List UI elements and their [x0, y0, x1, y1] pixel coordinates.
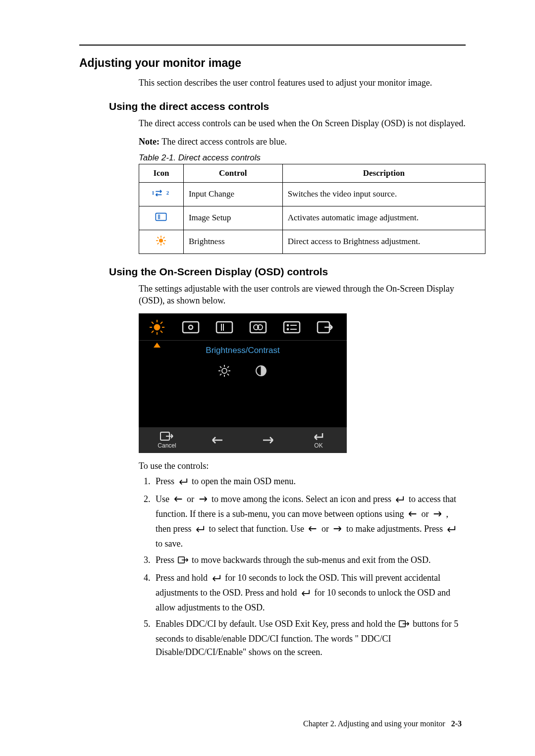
arrow-left-icon: [407, 509, 418, 522]
osd-cancel-button[interactable]: Cancel: [152, 431, 182, 449]
pre-list-text: To use the controls:: [139, 460, 466, 472]
osd-tab-exit[interactable]: [314, 318, 337, 336]
footer-page-number: 2-3: [451, 719, 462, 728]
osd-top-tabs: [139, 313, 347, 340]
arrow-right-icon: [332, 524, 343, 537]
svg-line-19: [160, 322, 162, 324]
svg-rect-2: [156, 213, 166, 220]
step-5: Enables DDC/CI by default. Use OSD Exit …: [153, 617, 466, 659]
th-control: Control: [183, 164, 282, 182]
svg-point-28: [287, 324, 289, 326]
osd-submenu-header: Brightness/Contrast: [139, 341, 347, 360]
svg-line-40: [227, 366, 229, 368]
osd-ok-label: OK: [314, 442, 322, 449]
osd-tab-position[interactable]: [179, 318, 202, 336]
t: Press and hold: [156, 573, 210, 583]
arrow-left-icon: [173, 494, 184, 507]
table-row: 1 2 Input Change Switches the video inpu…: [139, 182, 485, 206]
svg-line-8: [158, 237, 159, 238]
svg-point-30: [287, 328, 289, 330]
osd-submenu-icons: [139, 360, 347, 387]
osd-panel: Brightness/Contrast Cancel OK: [139, 313, 347, 453]
svg-rect-21: [183, 322, 199, 333]
t: to open the main OSD menu.: [192, 476, 296, 486]
table-caption: Table 2-1. Direct access controls: [139, 153, 466, 163]
svg-line-20: [152, 331, 154, 333]
t: to move backwards through the sub-menus …: [192, 555, 430, 565]
osd-cancel-label: Cancel: [158, 442, 176, 449]
t: or: [421, 509, 431, 519]
osd-ok-button[interactable]: OK: [304, 431, 333, 449]
t: to make adjustments. Press: [346, 524, 445, 534]
arrow-right-icon: [432, 509, 443, 522]
svg-point-12: [154, 324, 160, 330]
t: to move among the icons. Select an icon …: [212, 494, 393, 504]
table-header-row: Icon Control Description: [139, 164, 485, 182]
osd-left-button[interactable]: [203, 436, 232, 444]
svg-point-3: [159, 239, 163, 243]
note-text: The direct access controls are blue.: [160, 137, 287, 147]
arrow-left-icon: [307, 524, 318, 537]
osd-submenu-label: Brightness/Contrast: [139, 341, 347, 355]
svg-point-22: [189, 325, 193, 329]
t: to save.: [156, 539, 183, 549]
svg-text:2: 2: [166, 190, 169, 196]
exit-icon: [178, 555, 189, 568]
t: or: [187, 494, 197, 504]
enter-icon: [178, 476, 189, 490]
th-description: Description: [282, 164, 485, 182]
table-row: Image Setup Activates automatic image ad…: [139, 206, 485, 230]
svg-line-9: [163, 243, 165, 244]
step-3: Press to move backwards through the sub-…: [153, 554, 466, 568]
page-footer: Chapter 2. Adjusting and using your moni…: [303, 719, 462, 728]
svg-rect-23: [216, 322, 232, 333]
brightness-sub-icon[interactable]: [218, 364, 231, 379]
t: or: [321, 524, 331, 534]
step-4: Press and hold for 10 seconds to lock th…: [153, 571, 466, 614]
osd-tab-options[interactable]: [280, 318, 303, 336]
top-rule: [79, 45, 466, 46]
svg-line-11: [158, 243, 159, 244]
svg-text:1: 1: [152, 190, 155, 196]
step-2: Use or to move among the icons. Select a…: [153, 493, 466, 551]
exit-icon: [399, 619, 410, 632]
t: Enables DDC/CI by default. Use OSD Exit …: [156, 619, 395, 629]
arrow-right-icon: [198, 494, 209, 507]
svg-line-17: [152, 322, 154, 324]
svg-point-33: [222, 368, 227, 373]
svg-rect-27: [284, 322, 300, 333]
section-title: Adjusting your monitor image: [79, 56, 466, 70]
steps-list: Press to open the main OSD menu. Use or …: [153, 475, 466, 659]
th-icon: Icon: [139, 164, 184, 182]
svg-line-10: [163, 237, 165, 238]
t: to select that function. Use: [209, 524, 306, 534]
note: Note: The direct access controls are blu…: [139, 137, 466, 147]
contrast-sub-icon[interactable]: [255, 364, 268, 379]
td-control: Image Setup: [183, 206, 282, 230]
osd-tab-color[interactable]: [247, 318, 269, 336]
enter-icon: [300, 588, 311, 601]
td-desc: Activates automatic image adjustment.: [282, 206, 485, 230]
image-setup-icon: [139, 206, 184, 230]
svg-line-38: [220, 366, 221, 368]
footer-chapter: Chapter 2. Adjusting and using your moni…: [303, 719, 445, 728]
osd-bottom-bar: Cancel OK: [139, 427, 347, 453]
osd-right-button[interactable]: [253, 436, 283, 444]
direct-access-paragraph: The direct access controls can be used w…: [139, 117, 466, 129]
td-desc: Switches the video input source.: [282, 182, 485, 206]
svg-line-39: [227, 374, 229, 375]
osd-paragraph: The settings adjustable with the user co…: [139, 283, 466, 307]
t: Use: [156, 494, 172, 504]
osd-selected-indicator-icon: [154, 343, 160, 348]
svg-line-18: [160, 331, 162, 333]
table-row: Brightness Direct access to Brightness a…: [139, 230, 485, 253]
enter-icon: [446, 524, 457, 537]
direct-access-table: Icon Control Description 1 2 Input Chang…: [139, 164, 485, 254]
brightness-icon: [139, 230, 184, 253]
enter-icon: [394, 494, 405, 507]
osd-tab-brightness[interactable]: [146, 318, 168, 336]
intro-paragraph: This section describes the user control …: [139, 77, 466, 89]
input-change-icon: 1 2: [139, 182, 184, 206]
enter-icon: [195, 524, 206, 537]
osd-tab-image-setup[interactable]: [213, 318, 236, 336]
